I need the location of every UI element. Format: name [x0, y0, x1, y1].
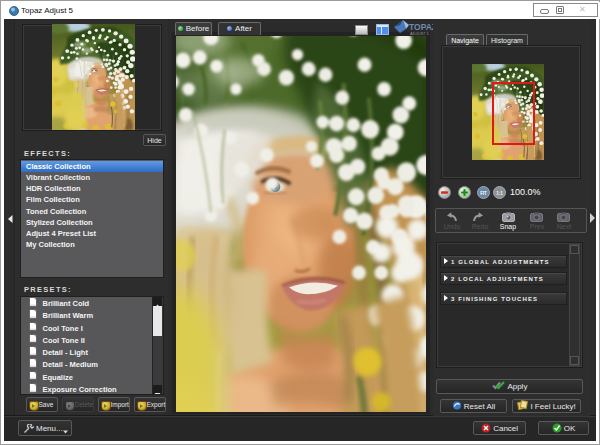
svg-text:ADJUST 5: ADJUST 5	[410, 31, 430, 36]
svg-text:1:1: 1:1	[496, 191, 503, 196]
svg-text:FIT: FIT	[480, 191, 487, 196]
